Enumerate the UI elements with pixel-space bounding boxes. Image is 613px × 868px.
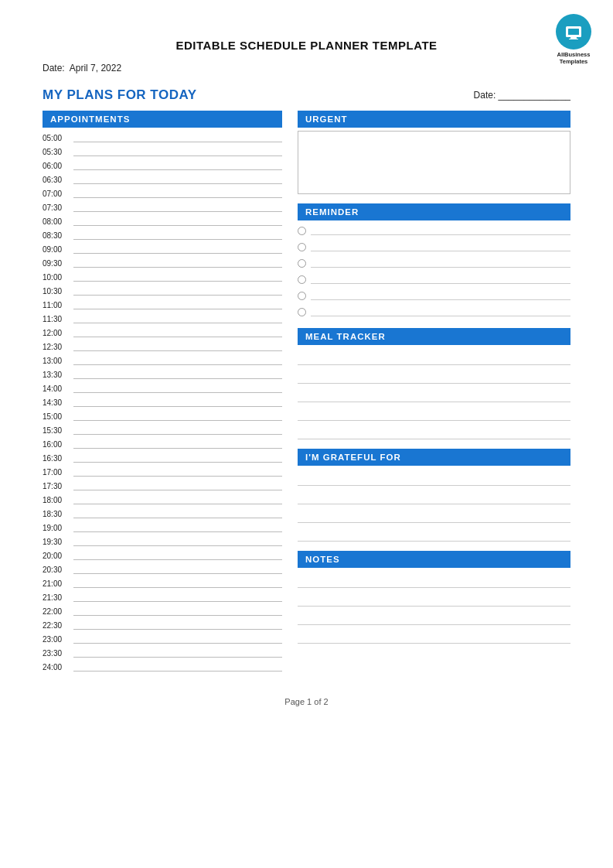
appointment-time: 08:30 (43, 232, 72, 241)
appointment-row[interactable]: 05:00 (43, 131, 282, 144)
appointment-row[interactable]: 07:00 (43, 186, 282, 200)
appointment-row[interactable]: 18:30 (43, 507, 282, 520)
appointment-time: 22:00 (43, 608, 72, 617)
appointment-row[interactable]: 18:00 (43, 493, 282, 506)
logo: AllBusinessTemplates (551, 14, 596, 65)
appointment-row[interactable]: 09:30 (43, 256, 282, 269)
meal-row[interactable] (298, 348, 570, 365)
reminder-checkbox[interactable] (298, 259, 306, 268)
appointment-row[interactable]: 24:00 (43, 660, 282, 673)
meal-row[interactable] (298, 422, 570, 439)
notes-lines (298, 571, 570, 644)
appointment-row[interactable]: 05:30 (43, 145, 282, 158)
appointment-row[interactable]: 21:30 (43, 590, 282, 603)
reminder-checkbox[interactable] (298, 227, 306, 235)
meal-row[interactable] (298, 367, 570, 384)
appointment-time: 17:00 (43, 469, 72, 478)
meal-row[interactable] (298, 385, 570, 402)
appointment-row[interactable]: 10:00 (43, 270, 282, 283)
meal-tracker-header: MEAL TRACKER (298, 328, 570, 345)
meal-row[interactable] (298, 404, 570, 421)
appointment-row[interactable]: 16:00 (43, 437, 282, 450)
appointment-line (73, 490, 282, 490)
appointment-row[interactable]: 08:00 (43, 214, 282, 227)
notes-row[interactable] (298, 589, 570, 607)
grateful-row[interactable] (298, 525, 570, 542)
appointment-row[interactable]: 11:00 (43, 298, 282, 311)
logo-text: AllBusinessTemplates (551, 51, 596, 65)
appointment-row[interactable]: 20:00 (43, 548, 282, 562)
grateful-row[interactable] (298, 469, 570, 486)
appointment-row[interactable]: 22:30 (43, 618, 282, 631)
reminder-row[interactable] (298, 272, 570, 286)
reminder-checkbox[interactable] (298, 292, 306, 300)
appointment-row[interactable]: 11:30 (43, 312, 282, 325)
appointment-row[interactable]: 15:30 (43, 423, 282, 436)
reminder-row[interactable] (298, 256, 570, 270)
appointment-row[interactable]: 19:30 (43, 535, 282, 548)
appointment-row[interactable]: 16:30 (43, 451, 282, 464)
grateful-row[interactable] (298, 487, 570, 504)
appointment-row[interactable]: 06:30 (43, 173, 282, 186)
appointment-row[interactable]: 21:00 (43, 576, 282, 589)
appointment-row[interactable]: 23:30 (43, 646, 282, 659)
appointment-line (73, 295, 282, 296)
reminder-header: REMINDER (298, 203, 570, 220)
plans-date: Date: ______________ (474, 90, 570, 101)
appointment-line (73, 392, 282, 393)
appointment-row[interactable]: 14:00 (43, 381, 282, 395)
reminder-line (311, 299, 570, 300)
appointment-row[interactable]: 20:30 (43, 562, 282, 576)
appointment-time: 18:00 (43, 497, 72, 506)
appointment-line (73, 211, 282, 212)
appointment-line (73, 545, 282, 546)
appointments-list: 05:0005:3006:0006:3007:0007:3008:0008:30… (43, 131, 282, 673)
appointment-line (73, 378, 282, 379)
appointment-line (73, 364, 282, 365)
reminder-row[interactable] (298, 240, 570, 254)
notes-row[interactable] (298, 571, 570, 588)
appointment-row[interactable]: 10:30 (43, 284, 282, 297)
appointment-row[interactable]: 12:00 (43, 326, 282, 339)
appointment-row[interactable]: 13:00 (43, 354, 282, 367)
appointment-time: 18:30 (43, 511, 72, 520)
appointment-row[interactable]: 09:00 (43, 242, 282, 255)
page-footer: Page 1 of 2 (43, 697, 570, 706)
appointment-row[interactable]: 23:00 (43, 632, 282, 645)
appointment-time: 22:30 (43, 622, 72, 631)
reminder-checkbox[interactable] (298, 275, 306, 284)
appointment-time: 07:00 (43, 190, 72, 200)
appointment-row[interactable]: 17:00 (43, 465, 282, 478)
appointment-row[interactable]: 14:30 (43, 395, 282, 408)
notes-row[interactable] (298, 608, 570, 625)
reminder-checkbox[interactable] (298, 308, 306, 316)
appointment-row[interactable]: 08:30 (43, 228, 282, 241)
appointment-row[interactable]: 13:30 (43, 367, 282, 381)
appointment-time: 15:00 (43, 413, 72, 422)
reminder-row[interactable] (298, 305, 570, 319)
appointment-line (73, 267, 282, 268)
appointment-row[interactable]: 12:30 (43, 340, 282, 353)
appointment-line (73, 239, 282, 240)
appointment-row[interactable]: 19:00 (43, 521, 282, 534)
reminder-row[interactable] (298, 289, 570, 302)
reminder-row[interactable] (298, 224, 570, 238)
appointment-row[interactable]: 17:30 (43, 479, 282, 492)
reminder-line (311, 251, 570, 251)
notes-row[interactable] (298, 627, 570, 644)
appointment-line (73, 323, 282, 323)
appointment-row[interactable]: 07:30 (43, 200, 282, 214)
main-title: EDITABLE SCHEDULE PLANNER TEMPLATE (43, 39, 570, 52)
grateful-row[interactable] (298, 506, 570, 523)
reminder-checkbox[interactable] (298, 243, 306, 251)
appointment-row[interactable]: 15:00 (43, 409, 282, 422)
appointment-line (73, 601, 282, 602)
svg-rect-1 (568, 29, 579, 35)
appointment-time: 16:30 (43, 455, 72, 464)
meal-tracker-section: MEAL TRACKER (298, 328, 570, 439)
appointment-row[interactable]: 22:00 (43, 604, 282, 617)
appointment-time: 17:30 (43, 483, 72, 492)
urgent-box[interactable] (298, 131, 570, 194)
appointment-row[interactable]: 06:00 (43, 159, 282, 172)
appointment-time: 23:30 (43, 650, 72, 659)
